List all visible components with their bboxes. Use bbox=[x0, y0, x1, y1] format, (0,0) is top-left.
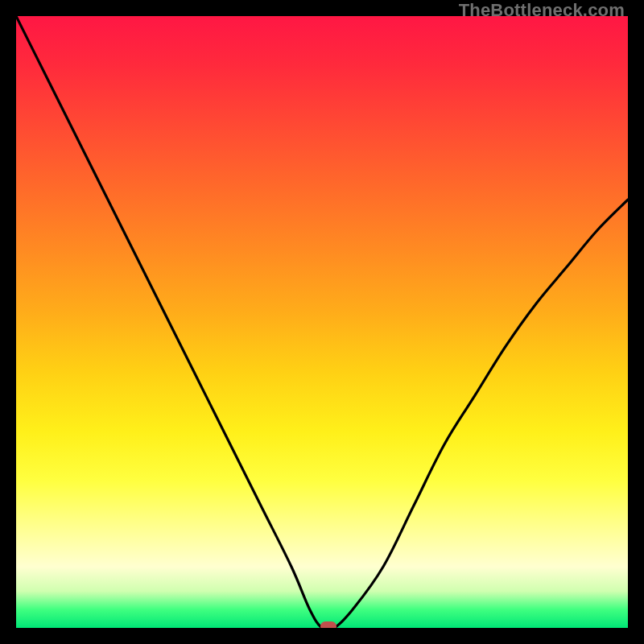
optimal-point-marker bbox=[320, 621, 336, 628]
bottleneck-curve bbox=[16, 16, 628, 628]
plot-area bbox=[16, 16, 628, 628]
chart-frame: TheBottleneck.com bbox=[0, 0, 644, 644]
